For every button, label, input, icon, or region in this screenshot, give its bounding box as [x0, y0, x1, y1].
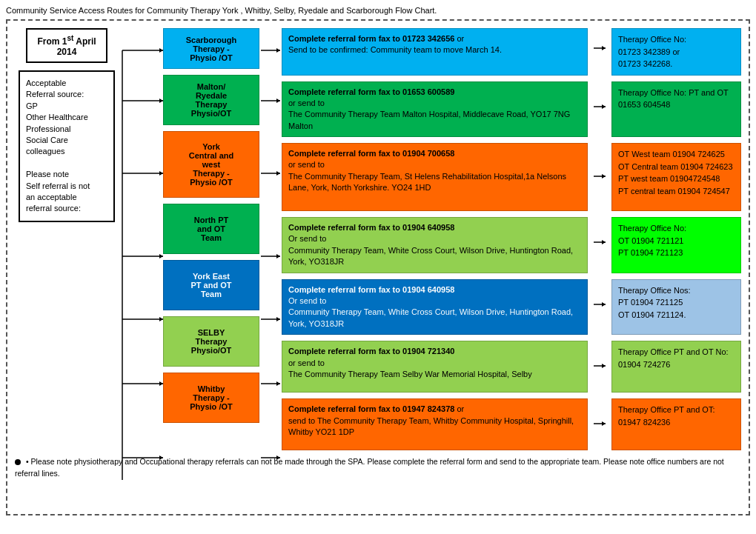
- referral-info-whitby: Complete referral form fax to 01947 8243…: [282, 398, 588, 450]
- right-arrow-whitby: [592, 398, 607, 450]
- svg-marker-32: [602, 104, 606, 109]
- svg-marker-40: [602, 364, 606, 368]
- from-line3: 2014: [57, 47, 77, 57]
- referral-bold-north: Complete referral form fax to 01904 6409…: [288, 223, 454, 232]
- svg-marker-24: [276, 317, 280, 321]
- bullet-icon: [15, 459, 21, 465]
- row-whitby: Complete referral form fax to 01947 8243…: [282, 398, 741, 450]
- referral-bold-york-east: Complete referral form fax to 01904 6409…: [288, 285, 454, 294]
- service-scarborough: ScarboroughTherapy -Physio /OT: [163, 28, 259, 69]
- from-date-box: From 1st April2014: [26, 28, 107, 63]
- referral-bold-york-central: Complete referral form fax to 01904 7006…: [288, 149, 454, 158]
- svg-marker-30: [602, 46, 606, 50]
- svg-marker-20: [276, 171, 280, 176]
- left-connector: [119, 28, 163, 450]
- office-malton: Therapy Office No: PT and OT01653 604548: [611, 81, 741, 138]
- service-york-central: YorkCentral andwestTherapy -Physio /OT: [163, 131, 259, 198]
- row-malton: Complete referral form fax to 01653 6005…: [282, 81, 741, 138]
- mid-arrows-svg: [259, 28, 282, 517]
- service-malton: Malton/RyedaleTherapyPhysio/OT: [163, 75, 259, 125]
- service-north: North PTand OTTeam: [163, 204, 259, 254]
- right-arrow-york-east: [592, 279, 607, 336]
- row-selby: Complete referral form fax to 01904 7213…: [282, 341, 741, 393]
- svg-marker-34: [602, 174, 606, 178]
- left-column: From 1st April2014 AcceptableReferral so…: [15, 28, 119, 450]
- page-title: Community Service Access Routes for Comm…: [6, 6, 750, 15]
- referral-bold-scarborough: Complete referral form fax to 01723 3426…: [288, 34, 454, 43]
- row-york-central: Complete referral form fax to 01904 7006…: [282, 143, 741, 211]
- svg-marker-22: [276, 254, 280, 258]
- svg-marker-14: [159, 455, 163, 460]
- outer-border: From 1st April2014 AcceptableReferral so…: [6, 19, 750, 515]
- referral-info-north: Complete referral form fax to 01904 6409…: [282, 217, 588, 273]
- from-line2: April: [76, 36, 96, 47]
- referral-info-york-central: Complete referral form fax to 01904 7006…: [282, 143, 588, 211]
- referral-info-scarborough: Complete referral form fax to 01723 3426…: [282, 28, 588, 76]
- page-container: Community Service Access Routes for Comm…: [6, 6, 750, 515]
- svg-marker-26: [276, 381, 280, 386]
- office-scarborough: Therapy Office No:01723 342389 or01723 3…: [611, 28, 741, 76]
- referral-bold-malton: Complete referral form fax to 01653 6005…: [288, 87, 454, 96]
- office-york-central: OT West team 01904 724625OT Central team…: [611, 143, 741, 211]
- service-york-east: York EastPT and OTTeam: [163, 260, 259, 310]
- svg-marker-16: [276, 48, 280, 53]
- mid-connector: [259, 28, 282, 450]
- from-line1: From 1: [37, 36, 67, 47]
- row-scarborough: Complete referral form fax to 01723 3426…: [282, 28, 741, 76]
- office-north: Therapy Office No:OT 01904 721121 PT 019…: [611, 217, 741, 273]
- svg-marker-28: [276, 455, 280, 460]
- svg-marker-36: [602, 240, 606, 244]
- svg-marker-42: [602, 421, 606, 426]
- right-arrow-york-central: [592, 143, 607, 211]
- svg-marker-18: [276, 99, 280, 103]
- referral-info-selby: Complete referral form fax to 01904 7213…: [282, 341, 588, 393]
- referral-bold-whitby: Complete referral form fax to 01947 8243…: [288, 404, 454, 413]
- row-york-east: Complete referral form fax to 01904 6409…: [282, 279, 741, 336]
- svg-marker-38: [602, 302, 606, 307]
- referral-info-malton: Complete referral form fax to 01653 6005…: [282, 81, 588, 138]
- right-arrow-malton: [592, 81, 607, 138]
- right-arrow-north: [592, 217, 607, 273]
- right-arrow-selby: [592, 341, 607, 393]
- main-layout: From 1st April2014 AcceptableReferral so…: [15, 28, 741, 450]
- right-section: Complete referral form fax to 01723 3426…: [282, 28, 741, 450]
- service-whitby: WhitbyTherapy -Physio /OT: [163, 373, 259, 423]
- office-york-east: Therapy Office Nos:PT 01904 721125OT 019…: [611, 279, 741, 336]
- referral-source-box: AcceptableReferral source:GPOther Health…: [19, 70, 115, 222]
- middle-column: ScarboroughTherapy -Physio /OT Malton/Ry…: [163, 28, 259, 450]
- service-selby: SELBYTherapyPhysio/OT: [163, 316, 259, 367]
- referral-bold-selby: Complete referral form fax to 01904 7213…: [288, 347, 454, 356]
- referral-info-york-east: Complete referral form fax to 01904 6409…: [282, 279, 588, 336]
- row-north: Complete referral form fax to 01904 6409…: [282, 217, 741, 273]
- left-arrows-svg: [119, 28, 163, 517]
- office-whitby: Therapy Office PT and OT:01947 824236: [611, 398, 741, 450]
- office-selby: Therapy Office PT and OT No:01904 724276: [611, 341, 741, 393]
- right-arrow-scarborough: [592, 28, 607, 76]
- from-sup: st: [67, 34, 73, 42]
